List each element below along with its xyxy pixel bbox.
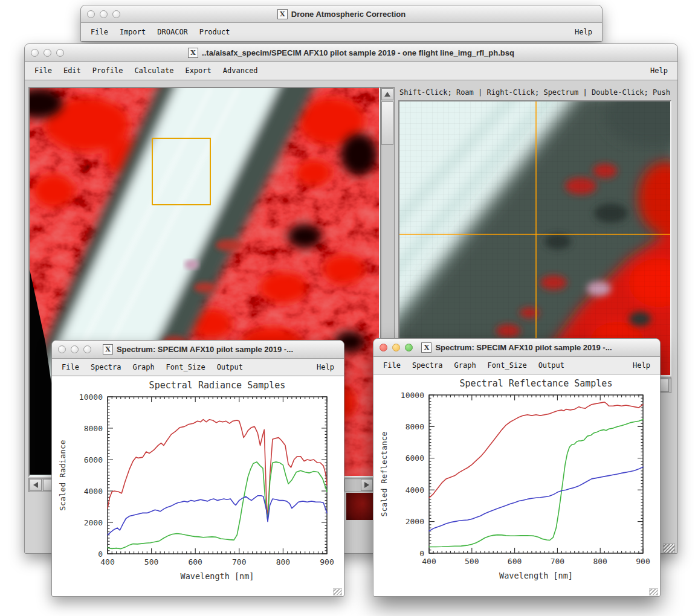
resize-grip[interactable] xyxy=(663,544,675,553)
svg-text:6000: 6000 xyxy=(84,455,103,464)
svg-text:700: 700 xyxy=(232,557,246,566)
svg-text:400: 400 xyxy=(422,557,436,566)
window-title: Spectrum: SPECIM AFX10 pilot sample 2019… xyxy=(117,345,293,354)
close-button[interactable] xyxy=(31,49,39,57)
svg-text:500: 500 xyxy=(144,557,158,566)
desktop: X Drone Atmospheric Correction FileImpor… xyxy=(0,0,698,616)
svg-text:8000: 8000 xyxy=(406,422,424,431)
svg-text:600: 600 xyxy=(188,557,202,566)
svg-text:Scaled Reflectance: Scaled Reflectance xyxy=(380,431,389,516)
window-lights xyxy=(380,339,413,356)
arrow-left-icon xyxy=(33,482,38,488)
resize-grip[interactable] xyxy=(649,588,658,595)
menu-item-font_size[interactable]: Font_Size xyxy=(488,361,527,370)
zoom-button[interactable] xyxy=(83,345,91,353)
svg-text:4000: 4000 xyxy=(406,486,424,495)
menu-item-help[interactable]: Help xyxy=(575,28,602,36)
titlebar[interactable]: X Drone Atmospheric Correction xyxy=(81,5,602,23)
menu-item-export[interactable]: Export xyxy=(185,66,211,75)
menu-item-font_size[interactable]: Font_Size xyxy=(166,363,205,371)
close-button[interactable] xyxy=(58,345,66,353)
menu-item-file[interactable]: File xyxy=(62,363,79,371)
menu-item-advanced[interactable]: Advanced xyxy=(223,66,258,75)
menu-item-product[interactable]: Product xyxy=(199,28,230,36)
window-title: ..ta/aisafx_specim/SPECIM AFX10 pilot sa… xyxy=(202,48,514,57)
svg-text:Scaled Radiance: Scaled Radiance xyxy=(58,440,67,511)
svg-text:2000: 2000 xyxy=(84,518,103,527)
minimize-button[interactable] xyxy=(100,10,108,18)
scroll-right-button[interactable] xyxy=(361,479,373,491)
minimize-button[interactable] xyxy=(71,345,79,353)
window-lights xyxy=(58,341,91,358)
minimize-button[interactable] xyxy=(392,344,400,351)
menu-item-calculate[interactable]: Calculate xyxy=(134,66,173,75)
scroll-left-button[interactable] xyxy=(30,479,42,491)
svg-text:Spectral Radiance Samples: Spectral Radiance Samples xyxy=(149,380,286,391)
menu-item-edit[interactable]: Edit xyxy=(63,66,81,75)
menubar: FileImportDROACORProductHelp xyxy=(81,23,602,42)
menu-item-file[interactable]: File xyxy=(34,66,52,75)
menu-item-profile[interactable]: Profile xyxy=(92,66,123,75)
menu-item-graph[interactable]: Graph xyxy=(454,361,476,370)
menu-item-file[interactable]: File xyxy=(91,28,108,36)
x11-icon: X xyxy=(277,9,288,19)
spectrum-radiance-window: X Spectrum: SPECIM AFX10 pilot sample 20… xyxy=(51,340,344,597)
svg-text:400: 400 xyxy=(100,557,114,566)
zoom-button[interactable] xyxy=(405,344,413,351)
close-button[interactable] xyxy=(380,344,387,351)
svg-text:900: 900 xyxy=(636,557,650,566)
radiance-chart: 4005006007008009000200040006000800010000… xyxy=(52,376,344,591)
svg-text:Wavelength [nm]: Wavelength [nm] xyxy=(499,571,573,580)
svg-text:10000: 10000 xyxy=(79,393,103,402)
minimize-button[interactable] xyxy=(44,49,51,57)
zoom-button[interactable] xyxy=(56,49,64,57)
zoom-image[interactable] xyxy=(399,101,670,375)
svg-text:0: 0 xyxy=(419,549,424,558)
x11-icon: X xyxy=(188,48,198,58)
menu-item-spectra[interactable]: Spectra xyxy=(412,361,443,370)
window-lights xyxy=(87,5,120,22)
titlebar[interactable]: X Spectrum: SPECIM AFX10 pilot sample 20… xyxy=(373,339,660,357)
menu-item-import[interactable]: Import xyxy=(120,28,146,36)
svg-text:800: 800 xyxy=(593,557,607,566)
svg-text:10000: 10000 xyxy=(401,391,424,400)
svg-text:6000: 6000 xyxy=(406,454,424,463)
x11-icon: X xyxy=(103,344,113,355)
zoom-panel-hint: Shift-Click; Roam | Right-Click; Spectru… xyxy=(399,88,670,97)
spectrum-reflectance-window: X Spectrum: SPECIM AFX10 pilot sample 20… xyxy=(373,338,661,597)
menu-item-help[interactable]: Help xyxy=(317,363,344,371)
menu-item-output[interactable]: Output xyxy=(217,363,243,371)
reflectance-chart: 4005006007008009000200040006000800010000… xyxy=(373,374,661,591)
svg-text:Wavelength [nm]: Wavelength [nm] xyxy=(181,571,254,581)
close-button[interactable] xyxy=(87,10,95,18)
titlebar[interactable]: X ..ta/aisafx_specim/SPECIM AFX10 pilot … xyxy=(25,44,677,62)
zoom-button[interactable] xyxy=(112,10,120,18)
svg-text:700: 700 xyxy=(551,557,564,566)
svg-text:8000: 8000 xyxy=(84,424,103,433)
resize-grip[interactable] xyxy=(333,588,342,595)
window-title: Drone Atmospheric Correction xyxy=(291,10,406,19)
svg-text:2000: 2000 xyxy=(406,517,424,526)
menu-item-help[interactable]: Help xyxy=(650,66,677,75)
svg-text:0: 0 xyxy=(98,550,103,559)
menu-item-help[interactable]: Help xyxy=(633,361,660,370)
svg-text:Spectral Reflectance Samples: Spectral Reflectance Samples xyxy=(460,378,613,389)
menu-item-droacor[interactable]: DROACOR xyxy=(157,28,188,36)
titlebar[interactable]: X Spectrum: SPECIM AFX10 pilot sample 20… xyxy=(52,341,344,359)
svg-text:800: 800 xyxy=(276,557,290,566)
svg-text:900: 900 xyxy=(320,557,334,566)
scrollbar-thumb[interactable] xyxy=(381,101,393,145)
svg-text:600: 600 xyxy=(508,557,522,566)
scroll-up-button[interactable] xyxy=(381,88,393,100)
zoom-image-panel[interactable] xyxy=(398,100,671,376)
menu-item-spectra[interactable]: Spectra xyxy=(91,363,121,371)
reflectance-chart-area: 4005006007008009000200040006000800010000… xyxy=(373,374,660,597)
menu-item-output[interactable]: Output xyxy=(538,361,564,370)
menubar: FileSpectraGraphFont_SizeOutputHelp xyxy=(373,357,660,374)
flight-line-strip xyxy=(346,493,374,520)
menu-item-graph[interactable]: Graph xyxy=(132,363,154,371)
radiance-chart-area: 4005006007008009000200040006000800010000… xyxy=(52,376,344,597)
droacor-window: X Drone Atmospheric Correction FileImpor… xyxy=(80,5,603,42)
menubar: FileEditProfileCalculateExportAdvancedHe… xyxy=(25,62,677,80)
menu-item-file[interactable]: File xyxy=(383,361,401,370)
